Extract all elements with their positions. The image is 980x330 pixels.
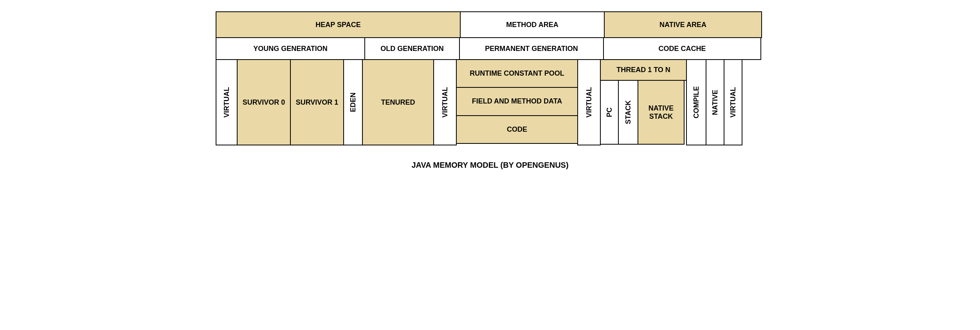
permanent-generation-header: PERMANENT GENERATION xyxy=(459,37,604,60)
old-virtual: VIRTUAL xyxy=(433,59,457,145)
heap-space-header: HEAP SPACE xyxy=(216,11,461,38)
thread-column: THREAD 1 TO N PC STACK NATIVE STACK xyxy=(600,60,686,145)
stack: STACK xyxy=(618,80,638,145)
sub-row: YOUNG GENERATION OLD GENERATION PERMANEN… xyxy=(216,38,764,60)
eden: EDEN xyxy=(343,59,363,145)
survivor-0: SURVIVOR 0 xyxy=(237,59,291,145)
code-block: CODE xyxy=(456,115,578,144)
method-area-header: METHOD AREA xyxy=(460,11,605,38)
code-cache-header: CODE CACHE xyxy=(603,37,761,60)
native: NATIVE xyxy=(706,59,724,145)
native-stack: NATIVE STACK xyxy=(638,80,685,145)
old-generation-header: OLD GENERATION xyxy=(364,37,460,60)
survivor-1: SURVIVOR 1 xyxy=(290,59,344,145)
young-generation-header: YOUNG GENERATION xyxy=(216,37,365,60)
pc: PC xyxy=(600,80,619,145)
tenured: TENURED xyxy=(362,59,434,145)
diagram-caption: JAVA MEMORY MODEL (BY OPENGENUS) xyxy=(216,161,764,170)
field-and-method-data: FIELD AND METHOD DATA xyxy=(456,87,578,116)
method-virtual: VIRTUAL xyxy=(577,59,601,145)
runtime-constant-pool: RUNTIME CONSTANT POOL xyxy=(456,59,578,88)
compile: COMPILE xyxy=(686,59,706,145)
young-virtual: VIRTUAL xyxy=(216,59,238,145)
top-row: HEAP SPACE METHOD AREA NATIVE AREA xyxy=(216,12,764,38)
native-area-header: NATIVE AREA xyxy=(604,11,762,38)
thread-1-to-n: THREAD 1 TO N xyxy=(600,59,687,81)
java-memory-model-diagram: HEAP SPACE METHOD AREA NATIVE AREA YOUNG… xyxy=(216,12,764,170)
perm-gen-column: RUNTIME CONSTANT POOL FIELD AND METHOD D… xyxy=(456,60,578,145)
body-row: VIRTUAL SURVIVOR 0 SURVIVOR 1 EDEN TENUR… xyxy=(216,60,764,145)
native-virtual: VIRTUAL xyxy=(724,59,742,145)
